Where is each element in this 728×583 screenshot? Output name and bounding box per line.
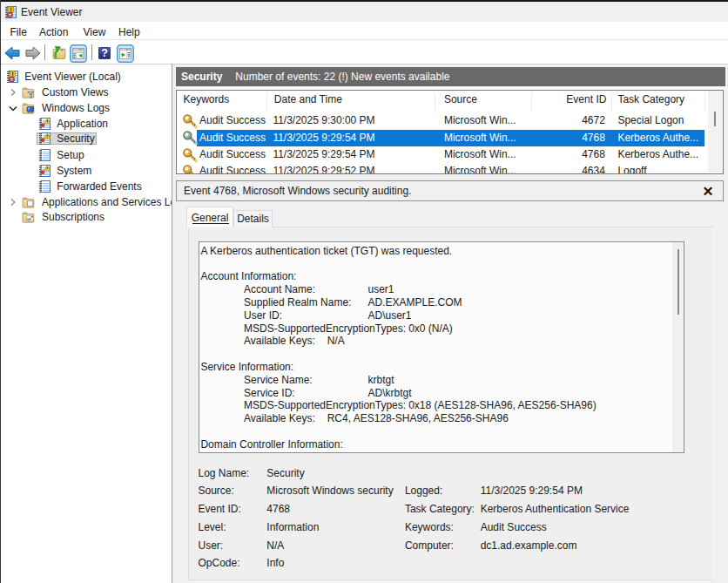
svg-text:?: ? bbox=[101, 47, 108, 59]
